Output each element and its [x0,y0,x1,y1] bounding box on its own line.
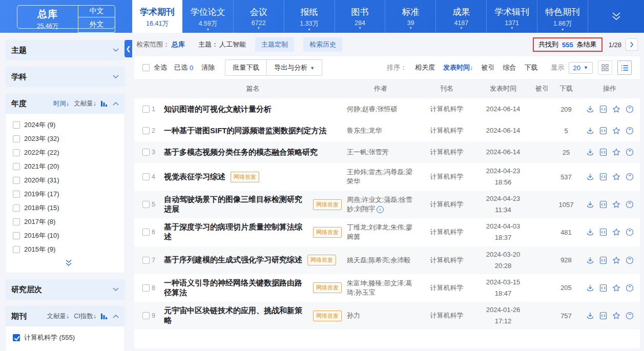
filter-checkbox-item[interactable]: 2018年 (15) [13,201,124,215]
row-checkbox[interactable] [142,284,150,292]
topic-custom-button[interactable]: 主题定制 [255,37,294,52]
cite-quote-icon[interactable]: ” [626,228,634,236]
next-page-button[interactable] [626,38,638,51]
expand-years-button[interactable] [13,256,124,270]
authors-text[interactable]: 鲁东生;龙华 [347,127,382,134]
authors-cell[interactable]: 何静;赵睿;张恒硕› [347,105,419,114]
journal-link[interactable]: 计算机科学 [419,256,475,265]
year-sort-volume[interactable]: 文献量↓ [74,99,96,108]
cite-quote-icon[interactable]: ” [626,105,634,113]
cite-quote-icon[interactable]: ” [626,148,634,156]
filter-checkbox-item[interactable]: 2021年 (20) [13,159,124,173]
scope-value-link[interactable]: 总库 [172,40,185,49]
database-tab[interactable]: 标准 39 ▾ [385,0,435,33]
database-tab[interactable]: 特色期刊 1.86万 ▾ [537,0,588,33]
authors-cell[interactable]: 朱富坤;滕臻;邵文泽;葛琦;孙玉宝› [347,279,419,297]
cite-quote-icon[interactable]: ” [626,127,634,135]
download-icon[interactable] [586,105,594,113]
filter-checkbox[interactable] [13,177,20,184]
authors-cell[interactable]: 丁维龙;刘津龙;朱伟;廖婉茵› [347,223,419,241]
journal-link[interactable]: 计算机科学 [419,172,475,181]
html-read-icon[interactable] [599,256,607,264]
download-icon[interactable] [586,173,594,181]
article-title-link[interactable]: 基于深度学习的病理切片质量控制算法综述 [164,222,308,242]
authors-cell[interactable]: 王一帆;张雪芳› [347,148,419,157]
foreign-tab[interactable]: 外文 [78,17,115,33]
database-tab[interactable]: 图书 284 ▾ [335,0,385,33]
journal-link[interactable]: 计算机科学 [419,228,475,237]
cite-quote-icon[interactable]: ” [626,173,634,181]
cite-quote-icon[interactable]: ” [626,200,634,209]
filter-checkbox[interactable] [13,121,20,129]
favorite-star-icon[interactable] [612,127,620,135]
download-icon[interactable] [586,127,594,135]
article-title-link[interactable]: 一种基于谱图SIFT的同源频谱监测数据判定方法 [164,126,327,136]
journal-link[interactable]: 计算机科学 [419,105,475,114]
authors-expand-icon[interactable]: › [377,206,384,213]
download-icon[interactable] [586,284,594,292]
download-icon[interactable] [586,256,594,264]
favorite-star-icon[interactable] [612,256,620,264]
download-icon[interactable] [586,312,594,320]
database-tab[interactable]: 学术期刊 16.41万 ▾ [132,0,182,33]
bar-chart-sort-icon[interactable] [101,313,108,319]
html-read-icon[interactable] [599,148,607,156]
database-tab[interactable]: 学位论文 4.59万 ▾ [182,0,233,33]
article-title-link[interactable]: 知识图谱的可视化文献计量分析 [164,105,272,114]
filter-checkbox[interactable] [13,204,20,212]
row-checkbox[interactable] [142,127,150,134]
filter-checkbox-item[interactable]: 2020年 (31) [13,173,124,187]
year-panel-header[interactable]: 年度 时间↓ 文献量↓ [5,93,125,114]
journal-link[interactable]: 计算机科学 [419,311,475,320]
filter-checkbox[interactable] [13,246,20,253]
select-all-label[interactable]: 全选 [154,63,167,72]
article-title-link[interactable]: 自动驾驶场景下的图像三维目标检测研究进展 [164,195,308,214]
journal-link[interactable]: 计算机科学 [419,200,475,209]
filter-checkbox[interactable] [13,218,20,225]
library-total-tab[interactable]: 总库 25.46万 [17,6,78,28]
row-checkbox[interactable] [142,312,150,319]
row-checkbox[interactable] [142,149,150,156]
filter-checkbox-item[interactable]: 2023年 (32) [13,132,124,146]
authors-text[interactable]: 王帅炜;雷杰;冯尊磊;梁荣华 [347,168,412,185]
authors-cell[interactable]: 姚天磊;陈希亮;余沛毅› [347,256,419,265]
favorite-star-icon[interactable] [612,200,620,209]
html-read-icon[interactable] [599,105,607,113]
authors-cell[interactable]: 周燕;许业文;蒲磊;徐雪妙;刘翔宇› [347,195,419,214]
search-history-button[interactable]: 检索历史 [303,37,342,52]
journal-link[interactable]: 计算机科学 [419,148,475,157]
html-read-icon[interactable] [599,228,607,236]
row-checkbox[interactable] [142,173,150,180]
row-checkbox[interactable] [142,257,150,264]
favorite-star-icon[interactable] [612,312,620,320]
row-checkbox[interactable] [142,106,150,113]
chinese-tab[interactable]: 中文 [78,6,115,17]
database-tab[interactable]: 报纸 1.33万 ▾ [284,0,335,33]
journal-sort-ci[interactable]: CI指数↓ [74,312,96,321]
download-icon[interactable] [586,200,594,209]
filter-checkbox-item[interactable]: 2017年 (8) [13,215,124,229]
authors-text[interactable]: 朱富坤;滕臻;邵文泽;葛琦;孙玉宝 [347,279,412,296]
filter-checkbox-item[interactable]: 2024年 (9) [13,118,124,132]
filter-checkbox[interactable] [13,163,20,170]
select-all-checkbox[interactable] [142,64,150,71]
journal-link[interactable]: 计算机科学 [419,283,475,293]
row-checkbox[interactable] [142,201,150,208]
favorite-star-icon[interactable] [612,173,620,181]
favorite-star-icon[interactable] [612,228,620,236]
export-analyze-button[interactable]: 导出与分析▼ [267,59,322,76]
html-read-icon[interactable] [599,312,607,320]
authors-text[interactable]: 王一帆;张雪芳 [347,148,389,156]
cite-quote-icon[interactable]: ” [626,312,634,320]
html-read-icon[interactable] [599,284,607,292]
filter-checkbox[interactable] [13,191,20,198]
filter-checkbox-item[interactable]: 2016年 (10) [13,229,124,242]
page-size-select[interactable]: 20 ▼ [569,62,593,74]
year-sort-time[interactable]: 时间↓ [53,99,69,108]
journal-panel-header[interactable]: 期刊 文献量↓ CI指数↓ [5,306,125,326]
sort-option[interactable]: 下载 [525,63,538,72]
authors-text[interactable]: 孙力 [347,312,360,319]
list-view-button[interactable] [617,60,632,75]
journal-link[interactable]: 计算机科学 [419,126,475,135]
favorite-star-icon[interactable] [612,148,620,156]
